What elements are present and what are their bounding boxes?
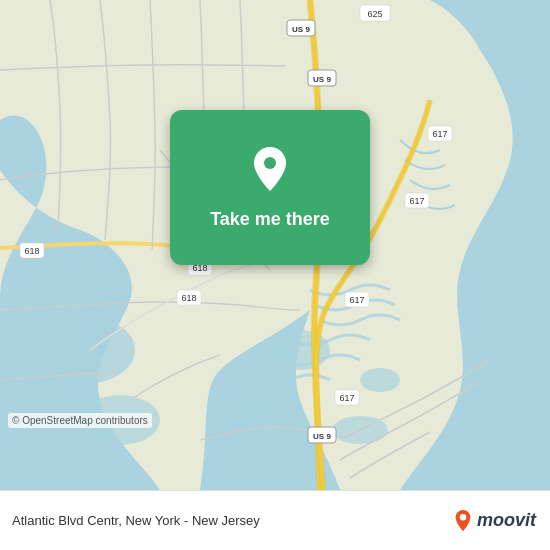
svg-point-4 xyxy=(225,395,275,425)
svg-text:617: 617 xyxy=(339,393,354,403)
moovit-pin-icon xyxy=(453,509,473,533)
svg-point-5 xyxy=(360,368,400,392)
svg-text:617: 617 xyxy=(409,196,424,206)
osm-attribution: © OpenStreetMap contributors xyxy=(8,413,152,428)
svg-text:617: 617 xyxy=(432,129,447,139)
svg-text:625: 625 xyxy=(367,9,382,19)
svg-text:US 9: US 9 xyxy=(313,432,331,441)
moovit-logo: moovit xyxy=(453,509,536,533)
action-card[interactable]: Take me there xyxy=(170,110,370,265)
svg-text:618: 618 xyxy=(24,246,39,256)
svg-text:618: 618 xyxy=(181,293,196,303)
bottom-bar: Atlantic Blvd Centr, New York - New Jers… xyxy=(0,490,550,550)
svg-text:617: 617 xyxy=(349,295,364,305)
card-label: Take me there xyxy=(210,209,330,230)
map-container: 625 US 9 US 9 617 617 617 617 US 9 618 xyxy=(0,0,550,490)
location-pin-icon xyxy=(245,145,295,195)
svg-point-31 xyxy=(460,514,466,520)
svg-text:US 9: US 9 xyxy=(292,25,310,34)
moovit-brand-text: moovit xyxy=(477,510,536,531)
svg-point-30 xyxy=(264,157,276,169)
svg-text:US 9: US 9 xyxy=(313,75,331,84)
